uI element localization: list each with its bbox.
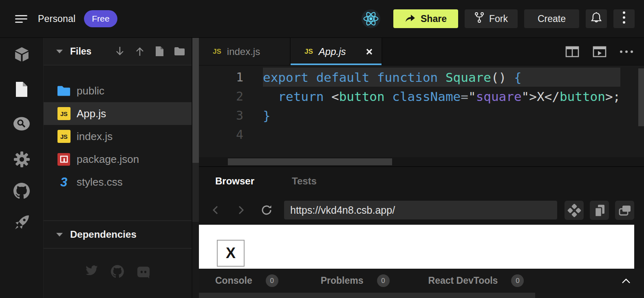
settings-icon[interactable] (13, 151, 30, 168)
file-item-public[interactable]: public (44, 79, 192, 102)
folder-icon (57, 85, 71, 96)
file-name: public (77, 85, 104, 97)
file-item-styles.css[interactable]: 3 styles.css (44, 171, 192, 193)
responsive-mode-button[interactable] (565, 201, 584, 220)
download-icon[interactable] (115, 46, 125, 57)
editor-more-icon[interactable] (620, 50, 633, 53)
editor-tab-bar: JS index.jsJS App.js (199, 38, 644, 66)
split-view-icon[interactable] (565, 45, 580, 58)
browser-nav-bar: https://vkd4n8.csb.app/ (199, 195, 644, 225)
editor-vertical-scrollbar[interactable] (638, 68, 644, 126)
css-icon: 3 (60, 176, 67, 188)
scrollbar-thumb[interactable] (199, 293, 535, 298)
projects-icon[interactable] (13, 46, 30, 63)
chevron-up-icon[interactable] (621, 278, 631, 284)
browser-panel-header: BrowserTests (199, 167, 644, 195)
scrollbar-thumb[interactable] (192, 38, 199, 163)
line-number: 1 (199, 70, 243, 84)
browser-tab-browser[interactable]: Browser (215, 175, 254, 187)
notifications-button[interactable] (586, 9, 607, 28)
codesandbox-app: Personal Free Share (0, 0, 644, 298)
console-scrollbar[interactable] (199, 293, 644, 298)
line-text: } (243, 108, 271, 123)
file-item-package.json[interactable]: package.json (44, 148, 192, 171)
search-icon[interactable] (13, 116, 30, 133)
console-tab-label: React DevTools (428, 275, 498, 286)
console-tab-label: Problems (321, 275, 364, 286)
forward-icon[interactable] (236, 204, 246, 216)
js-icon: JS (304, 48, 313, 56)
editor-tab-index.js[interactable]: JS index.js (199, 38, 291, 65)
discord-icon[interactable] (137, 265, 150, 280)
open-in-new-window-button[interactable] (615, 201, 634, 220)
url-text: https://vkd4n8.csb.app/ (290, 204, 395, 216)
menu-icon[interactable] (15, 15, 27, 23)
file-name: App.js (77, 107, 106, 120)
kebab-menu-icon (622, 11, 626, 26)
create-label: Create (538, 13, 566, 24)
scrollbar-thumb[interactable] (228, 158, 392, 165)
line-text: export default function Square() { (243, 70, 522, 85)
more-options-button[interactable] (613, 9, 635, 28)
code-line-4[interactable]: 4 (199, 125, 644, 144)
plan-badge[interactable]: Free (84, 10, 117, 27)
editor-tab-App.js[interactable]: JS App.js (291, 38, 382, 65)
file-item-index.js[interactable]: JS index.js (44, 125, 192, 148)
fork-label: Fork (489, 13, 508, 24)
file-name: index.js (77, 130, 112, 143)
refresh-icon[interactable] (260, 204, 273, 217)
files-title: Files (70, 46, 91, 57)
file-list: publicJS App.jsJS index.js package.json3… (44, 66, 192, 193)
explorer-icon[interactable] (13, 81, 30, 98)
fork-button[interactable]: Fork (465, 9, 518, 28)
dependencies-section-header[interactable]: Dependencies (44, 220, 192, 249)
back-icon[interactable] (210, 204, 221, 216)
code-line-2[interactable]: 2 return <button className="square">X</b… (199, 87, 644, 106)
code-line-1[interactable]: 1 export default function Square() { (199, 68, 644, 87)
main-area: JS index.jsJS App.js 1 export default fu… (199, 38, 644, 298)
js-icon: JS (213, 48, 221, 56)
console-tab-react-devtools[interactable]: React DevTools 0 (428, 274, 524, 287)
share-label: Share (421, 13, 447, 24)
share-button[interactable]: Share (393, 9, 458, 28)
console-tab-label: Console (215, 275, 252, 286)
fork-icon (474, 12, 484, 26)
console-tab-console[interactable]: Console 0 (215, 274, 278, 287)
react-logo-icon[interactable] (362, 9, 380, 28)
upload-icon[interactable] (135, 46, 145, 57)
close-icon[interactable] (365, 48, 373, 56)
js-icon: JS (57, 107, 71, 120)
line-number: 3 (199, 108, 243, 123)
square-button[interactable]: X (217, 240, 245, 267)
create-button[interactable]: Create (524, 9, 579, 28)
github-link-icon[interactable] (111, 265, 124, 280)
top-header: Personal Free Share (0, 0, 644, 38)
code-line-3[interactable]: 3 } (199, 106, 644, 125)
line-number: 4 (199, 127, 243, 142)
tab-label: index.js (227, 46, 260, 57)
npm-icon (57, 153, 70, 166)
line-number: 2 (199, 89, 243, 103)
browser-tab-tests[interactable]: Tests (292, 175, 317, 187)
files-section-header[interactable]: Files (44, 38, 192, 66)
new-folder-icon[interactable] (174, 47, 185, 56)
file-item-App.js[interactable]: JS App.js (44, 102, 192, 125)
preview-viewport (199, 225, 634, 269)
editor-horizontal-scrollbar[interactable] (199, 157, 644, 167)
deploy-rocket-icon[interactable] (13, 214, 30, 231)
url-bar[interactable]: https://vkd4n8.csb.app/ (284, 201, 557, 219)
duplicate-preview-button[interactable] (590, 201, 609, 220)
new-file-icon[interactable] (155, 46, 164, 57)
chevron-down-icon (56, 233, 63, 237)
console-tab-problems[interactable]: Problems 0 (321, 274, 390, 287)
file-name: package.json (77, 153, 139, 166)
code-editor[interactable]: 1 export default function Square() {2 re… (199, 66, 644, 157)
workspace-name[interactable]: Personal (38, 13, 75, 24)
count-badge: 0 (511, 274, 524, 287)
count-badge: 0 (377, 274, 390, 287)
activity-bar (0, 38, 44, 298)
files-panel-scrollbar[interactable] (192, 38, 199, 298)
twitter-icon[interactable] (85, 265, 98, 280)
preview-panel-icon[interactable] (592, 45, 607, 58)
github-icon[interactable] (13, 183, 30, 199)
